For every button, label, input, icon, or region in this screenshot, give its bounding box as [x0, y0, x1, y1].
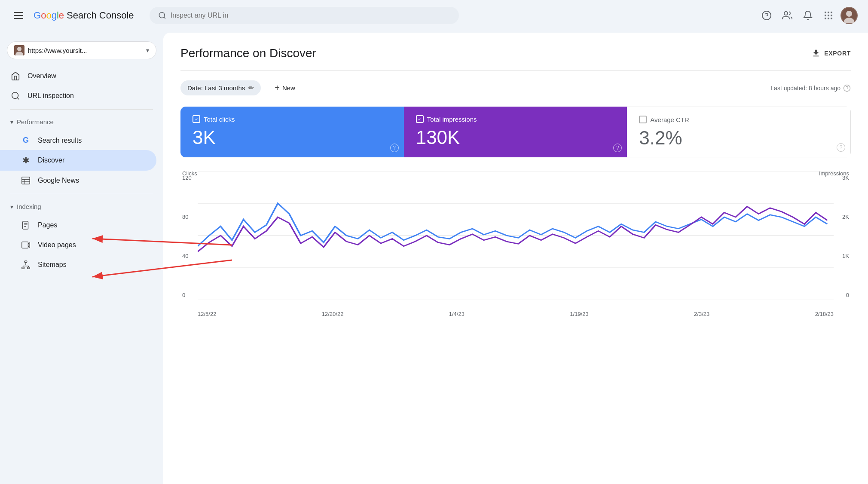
chart-right-label-2k: 2K	[842, 214, 849, 220]
date-filter-button[interactable]: Date: Last 3 months ✏	[180, 80, 261, 95]
sidebar-item-url-inspection[interactable]: URL inspection	[0, 86, 156, 106]
total-clicks-label: Total clicks	[193, 115, 392, 123]
svg-point-15	[846, 11, 852, 17]
chart-right-labels: 3K 2K 1K 0	[842, 175, 849, 300]
sitemaps-icon	[21, 260, 31, 270]
svg-rect-34	[28, 267, 30, 269]
divider-1	[10, 109, 153, 110]
svg-rect-12	[828, 18, 829, 19]
url-search-bar[interactable]	[150, 7, 459, 24]
site-selector[interactable]: https://www.yoursit... ▾	[7, 41, 156, 59]
total-impressions-help-icon[interactable]: ?	[613, 144, 622, 152]
header-icons	[758, 7, 858, 24]
header: Google Search Console	[0, 0, 868, 31]
filters-row: Date: Last 3 months ✏ + New Last updated…	[180, 80, 851, 96]
svg-point-2	[762, 11, 771, 20]
hamburger-menu[interactable]	[10, 9, 27, 22]
sidebar-item-video-pages[interactable]: Video pages	[0, 235, 156, 255]
chart-x-labels: 12/5/22 12/20/22 1/4/23 1/19/23 2/3/23 2…	[198, 311, 834, 317]
plus-icon: +	[275, 83, 280, 93]
bell-icon-button[interactable]	[799, 7, 816, 24]
performance-section-header[interactable]: ▾ Performance	[0, 113, 163, 131]
last-updated-text: Last updated: 8 hours ago	[770, 84, 851, 92]
sidebar-item-pages-label: Pages	[38, 221, 57, 229]
svg-line-21	[17, 98, 19, 99]
content-header: Performance on Discover EXPORT	[180, 46, 851, 60]
chart-right-label-3k: 3K	[842, 175, 849, 181]
total-clicks-card[interactable]: Total clicks 3K ?	[180, 107, 404, 157]
chart-right-label-1k: 1K	[842, 253, 849, 259]
chart-x-label-1: 12/20/22	[322, 311, 344, 317]
sidebar-item-search-results[interactable]: G Search results	[0, 131, 156, 150]
avg-ctr-card[interactable]: Average CTR 3.2% ?	[627, 107, 851, 157]
svg-rect-22	[22, 177, 30, 184]
total-impressions-checkbox[interactable]	[416, 115, 424, 123]
chart-left-label-40: 40	[182, 253, 192, 259]
apps-icon-button[interactable]	[820, 7, 837, 24]
total-clicks-value: 3K	[193, 127, 392, 148]
chart-x-label-0: 12/5/22	[198, 311, 216, 317]
chart-container: Clicks Impressions 120 80 40 0 3K 2K 1K …	[180, 171, 851, 317]
chart-svg-wrapper	[198, 171, 834, 300]
indexing-section-header[interactable]: ▾ Indexing	[0, 198, 163, 215]
chart-left-label-120: 120	[182, 175, 192, 181]
people-icon-button[interactable]	[779, 7, 796, 24]
total-clicks-checkbox[interactable]	[193, 115, 200, 123]
chart-x-label-4: 2/3/23	[694, 311, 709, 317]
svg-rect-11	[825, 18, 826, 19]
chart-svg	[198, 171, 834, 300]
svg-point-43	[844, 85, 850, 91]
video-pages-icon	[21, 240, 31, 250]
metric-cards: Total clicks 3K ? Total impressions 130K…	[180, 107, 851, 157]
sidebar-item-discover-label: Discover	[38, 156, 64, 164]
sidebar-item-sitemaps-label: Sitemaps	[38, 261, 67, 269]
pencil-icon: ✏	[248, 84, 254, 92]
performance-chevron-icon: ▾	[10, 119, 13, 126]
svg-rect-9	[828, 15, 829, 16]
header-divider	[180, 70, 851, 71]
product-name: Search Console	[67, 10, 134, 21]
content-area: Performance on Discover EXPORT Date: Las…	[163, 33, 868, 484]
svg-line-1	[164, 17, 165, 18]
svg-point-18	[17, 47, 21, 51]
new-filter-button[interactable]: + New	[268, 80, 302, 96]
total-impressions-value: 130K	[416, 127, 615, 148]
total-impressions-label: Total impressions	[416, 115, 615, 123]
total-impressions-card[interactable]: Total impressions 130K ?	[404, 107, 627, 157]
avg-ctr-help-icon[interactable]: ?	[837, 143, 845, 152]
url-inspection-icon	[10, 91, 21, 101]
svg-rect-30	[22, 242, 28, 248]
svg-rect-32	[24, 261, 27, 263]
chart-x-label-2: 1/4/23	[449, 311, 465, 317]
chart-x-label-5: 2/18/23	[815, 311, 834, 317]
logo: Google Search Console	[34, 10, 134, 21]
site-url-text: https://www.yoursit...	[28, 47, 143, 54]
indexing-chevron-icon: ▾	[10, 203, 13, 210]
home-icon	[10, 71, 21, 81]
clicks-line	[198, 203, 827, 246]
svg-point-20	[12, 92, 18, 99]
svg-point-0	[159, 12, 165, 18]
google-news-icon	[21, 176, 31, 185]
avg-ctr-checkbox[interactable]	[639, 116, 647, 123]
svg-rect-6	[828, 12, 829, 13]
total-clicks-help-icon[interactable]: ?	[390, 144, 399, 152]
avatar[interactable]	[840, 7, 858, 24]
google-g-icon: G	[21, 136, 31, 145]
impressions-line	[198, 207, 827, 252]
site-favicon	[14, 45, 24, 55]
sidebar-item-search-results-label: Search results	[38, 137, 82, 144]
chart-right-label-0: 0	[842, 292, 849, 298]
new-filter-label: New	[282, 84, 295, 92]
svg-rect-10	[831, 15, 832, 16]
google-wordmark: Google	[34, 10, 64, 21]
sidebar-item-google-news[interactable]: Google News	[0, 171, 156, 190]
export-button[interactable]: EXPORT	[811, 49, 851, 58]
help-icon-button[interactable]	[758, 7, 775, 24]
sidebar-item-pages[interactable]: Pages	[0, 215, 156, 235]
url-search-input[interactable]	[171, 12, 450, 19]
sidebar-item-discover[interactable]: ✱ Discover	[0, 150, 156, 171]
sidebar-item-overview[interactable]: Overview	[0, 66, 156, 86]
sidebar-item-overview-label: Overview	[28, 72, 56, 80]
sidebar-item-sitemaps[interactable]: Sitemaps	[0, 255, 156, 275]
